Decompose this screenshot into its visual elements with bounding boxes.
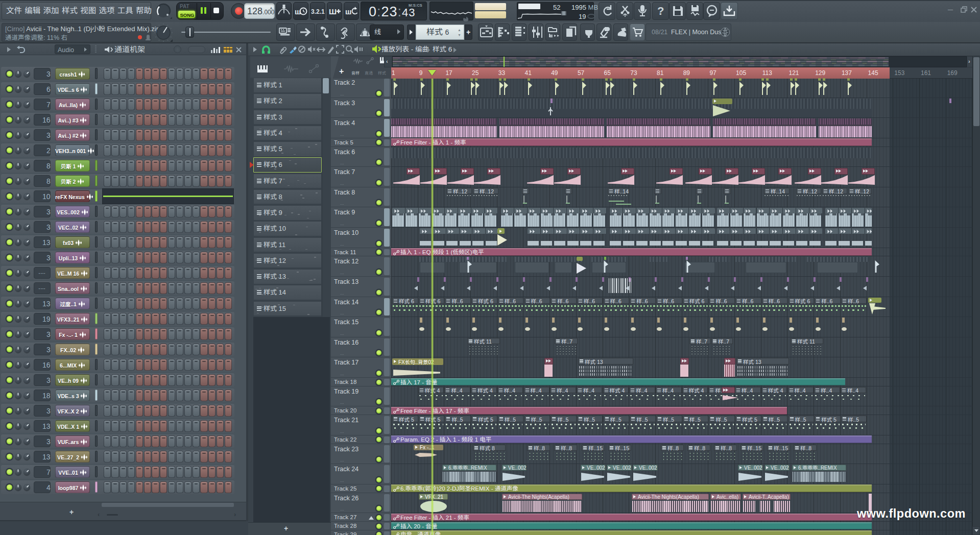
svg-text:3.2.1: 3.2.1: [311, 8, 325, 15]
svg-text:ш: ш: [345, 7, 352, 16]
svg-text:Ш: Ш: [329, 7, 337, 16]
svg-text:?: ?: [657, 5, 664, 17]
